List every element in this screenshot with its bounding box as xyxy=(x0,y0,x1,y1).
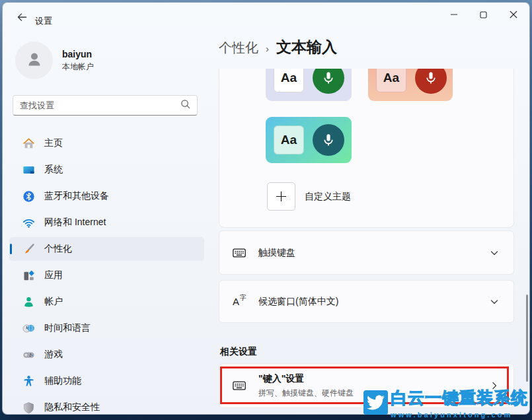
profile-account-type: 本地帐户 xyxy=(62,61,94,73)
person-icon xyxy=(24,50,44,72)
app-title: 设置 xyxy=(35,15,52,27)
titlebar: 设置 xyxy=(3,3,529,33)
sidebar-item-label: 网络和 Internet xyxy=(44,217,106,228)
watermark: 白云一键重装系统 www.baiyunxitong.com xyxy=(363,387,528,419)
accessibility-icon xyxy=(22,374,35,388)
theme-aa-sample: Aa xyxy=(376,69,406,92)
sidebar-item-label: 个性化 xyxy=(44,243,72,255)
theme-tile-peach[interactable]: Aa xyxy=(368,69,453,101)
keyboard-icon xyxy=(231,378,248,393)
arrow-left-icon xyxy=(17,13,27,24)
apps-icon xyxy=(22,269,35,282)
minimize-icon[interactable] xyxy=(439,3,469,26)
settings-window: 设置 baiyun 本地帐户 查找设置 xyxy=(2,2,530,415)
page-title: 文本输入 xyxy=(276,37,337,57)
sidebar-item-personalization[interactable]: 个性化 xyxy=(9,237,204,261)
themes-card: Aa Aa Aa 自定义主题 xyxy=(219,69,514,228)
candidate-window-label: 候选窗口(简体中文) xyxy=(258,296,490,308)
accounts-icon xyxy=(22,295,35,308)
sidebar-item-accessibility[interactable]: 辅助功能 xyxy=(9,369,204,393)
chevron-down-icon xyxy=(490,248,499,258)
user-profile[interactable]: baiyun 本地帐户 xyxy=(15,42,94,79)
sidebar-item-system[interactable]: 系统 xyxy=(9,158,204,182)
custom-theme-label: 自定义主题 xyxy=(305,191,351,203)
sidebar-item-accounts[interactable]: 帐户 xyxy=(9,290,204,314)
custom-theme-button[interactable]: 自定义主题 xyxy=(267,182,351,211)
sidebar-item-label: 游戏 xyxy=(44,349,63,361)
microphone-icon xyxy=(313,69,344,94)
keyboard-icon xyxy=(231,246,248,260)
sidebar-item-label: 应用 xyxy=(44,269,63,281)
watermark-brand: 白云一键重装系统 xyxy=(391,387,528,409)
sidebar-item-privacy[interactable]: 隐私和安全性 xyxy=(9,396,204,415)
search-icon xyxy=(180,99,190,112)
system-icon xyxy=(22,163,35,176)
sidebar-item-label: 帐户 xyxy=(44,296,63,308)
home-icon xyxy=(22,137,35,150)
gaming-icon xyxy=(22,348,35,361)
candidate-window-expander[interactable]: A字 候选窗口(简体中文) xyxy=(219,280,514,323)
plus-icon xyxy=(267,182,295,211)
sidebar-item-time-language[interactable]: 时间和语言 xyxy=(9,316,204,340)
sidebar-item-network[interactable]: 网络和 Internet xyxy=(9,211,204,234)
sidebar-nav: 主页系统蓝牙和其他设备网络和 Internet个性化应用帐户时间和语言游戏辅助功… xyxy=(9,131,204,415)
sidebar-item-home[interactable]: 主页 xyxy=(9,131,204,155)
language-candidate-icon: A字 xyxy=(231,296,248,307)
breadcrumb-parent[interactable]: 个性化 xyxy=(219,39,258,57)
privacy-icon xyxy=(22,401,35,414)
theme-aa-sample: Aa xyxy=(274,125,304,155)
microphone-icon xyxy=(313,124,344,156)
sidebar-item-label: 时间和语言 xyxy=(44,322,91,334)
sidebar-item-bluetooth[interactable]: 蓝牙和其他设备 xyxy=(9,184,204,208)
sidebar-item-gaming[interactable]: 游戏 xyxy=(9,343,204,367)
chevron-down-icon xyxy=(490,297,499,306)
back-button[interactable] xyxy=(11,10,32,27)
network-icon xyxy=(22,216,35,229)
breadcrumb: 个性化 › 文本输入 xyxy=(219,37,337,57)
sidebar-item-label: 主页 xyxy=(44,137,63,149)
search-placeholder: 查找设置 xyxy=(20,100,180,112)
sidebar-item-label: 系统 xyxy=(44,164,63,176)
sidebar-item-label: 蓝牙和其他设备 xyxy=(44,190,109,202)
window-controls xyxy=(439,3,528,26)
sidebar-item-label: 辅助功能 xyxy=(44,375,81,387)
touch-keyboard-expander[interactable]: 触摸键盘 xyxy=(219,230,514,275)
theme-tile-lavender[interactable]: Aa xyxy=(266,69,352,101)
related-settings-header: 相关设置 xyxy=(220,346,257,358)
profile-name: baiyun xyxy=(62,49,94,59)
theme-tile-aqua[interactable]: Aa xyxy=(266,117,352,163)
microphone-icon xyxy=(415,69,447,94)
theme-aa-sample: Aa xyxy=(274,69,304,92)
sidebar-item-apps[interactable]: 应用 xyxy=(9,263,204,287)
touch-keyboard-label: 触摸键盘 xyxy=(258,247,490,259)
scrollbar-thumb[interactable] xyxy=(526,295,528,382)
maximize-icon[interactable] xyxy=(469,3,498,26)
twitter-bird-icon xyxy=(363,390,388,415)
search-input[interactable]: 查找设置 xyxy=(13,95,198,116)
close-icon[interactable] xyxy=(498,3,528,26)
sidebar-item-label: 隐私和安全性 xyxy=(44,402,100,413)
breadcrumb-separator-icon: › xyxy=(266,43,269,54)
time-language-icon xyxy=(22,322,35,335)
typing-settings-title: "键入"设置 xyxy=(258,373,490,385)
watermark-url: www.baiyunxitong.com xyxy=(391,411,528,419)
personalization-icon xyxy=(22,242,35,256)
bluetooth-icon xyxy=(22,190,35,203)
avatar xyxy=(15,42,53,79)
